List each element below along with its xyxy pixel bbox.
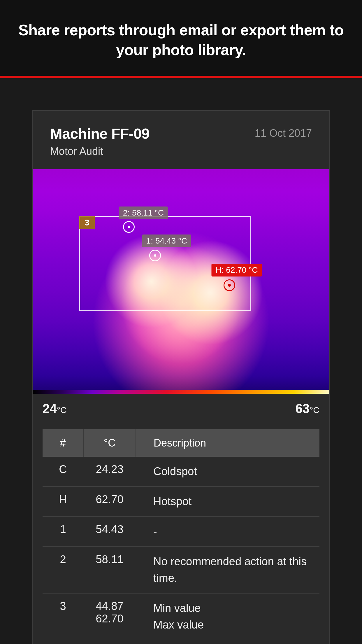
cell-desc: Coldspot bbox=[136, 457, 319, 487]
col-header-desc: Description bbox=[136, 429, 319, 457]
report-date: 11 Oct 2017 bbox=[255, 125, 312, 139]
scale-min-unit: °C bbox=[57, 405, 67, 415]
col-header-temp: °C bbox=[83, 429, 136, 457]
cell-temp: 44.87 62.70 bbox=[83, 593, 136, 640]
scale-min-value: 24 bbox=[43, 401, 57, 416]
scale-min: 24°C bbox=[43, 401, 67, 416]
cell-id: 1 bbox=[43, 517, 83, 547]
measurement-table: # °C Description C 24.23 Coldspot H 62.7… bbox=[43, 429, 319, 640]
marker-hot-icon bbox=[224, 279, 235, 291]
report-card: Machine FF-09 Motor Audit 11 Oct 2017 3 … bbox=[32, 110, 330, 644]
table-row: C 24.23 Coldspot bbox=[43, 457, 319, 487]
cell-desc: Min value Max value bbox=[136, 593, 319, 640]
cell-temp: 58.11 bbox=[83, 547, 136, 593]
marker-1-icon bbox=[149, 250, 161, 261]
table-row: 3 44.87 62.70 Min value Max value bbox=[43, 593, 319, 640]
report-header: Machine FF-09 Motor Audit 11 Oct 2017 bbox=[33, 111, 329, 169]
roi-label: 3 bbox=[79, 216, 95, 229]
cell-desc: No recommended action at this time. bbox=[136, 547, 319, 593]
cell-temp: 62.70 bbox=[83, 487, 136, 517]
cell-temp: 24.23 bbox=[83, 457, 136, 487]
cell-id: C bbox=[43, 457, 83, 487]
table-row: H 62.70 Hotspot bbox=[43, 487, 319, 517]
report-canvas: Machine FF-09 Motor Audit 11 Oct 2017 3 … bbox=[0, 78, 362, 644]
cell-id: 3 bbox=[43, 593, 83, 640]
cell-desc: - bbox=[136, 517, 319, 547]
scale-max-unit: °C bbox=[310, 405, 319, 415]
marker-1-label: 1: 54.43 °C bbox=[142, 235, 191, 247]
cell-desc: Hotspot bbox=[136, 487, 319, 517]
report-subtitle: Motor Audit bbox=[50, 145, 150, 158]
thermal-image: 3 2: 58.11 °C 1: 54.43 °C H: 62.70 °C bbox=[33, 169, 329, 394]
measurement-table-wrap: # °C Description C 24.23 Coldspot H 62.7… bbox=[33, 429, 329, 644]
marker-2-icon bbox=[123, 221, 135, 233]
marker-hot-label: H: 62.70 °C bbox=[211, 264, 262, 276]
table-row: 2 58.11 No recommended action at this ti… bbox=[43, 547, 319, 593]
cell-id: H bbox=[43, 487, 83, 517]
scale-max: 63°C bbox=[295, 401, 319, 416]
scale-max-value: 63 bbox=[295, 401, 310, 416]
table-row: 1 54.43 - bbox=[43, 517, 319, 547]
report-title: Machine FF-09 bbox=[50, 125, 150, 142]
promo-headline: Share reports through email or export th… bbox=[17, 20, 345, 60]
red-divider bbox=[0, 76, 362, 78]
cell-id: 2 bbox=[43, 547, 83, 593]
roi-box-3: 3 bbox=[79, 216, 251, 311]
temperature-scale: 24°C 63°C bbox=[33, 394, 329, 429]
cell-temp: 54.43 bbox=[83, 517, 136, 547]
marker-2-label: 2: 58.11 °C bbox=[119, 206, 168, 219]
col-header-id: # bbox=[43, 429, 83, 457]
promo-banner: Share reports through email or export th… bbox=[0, 0, 362, 76]
